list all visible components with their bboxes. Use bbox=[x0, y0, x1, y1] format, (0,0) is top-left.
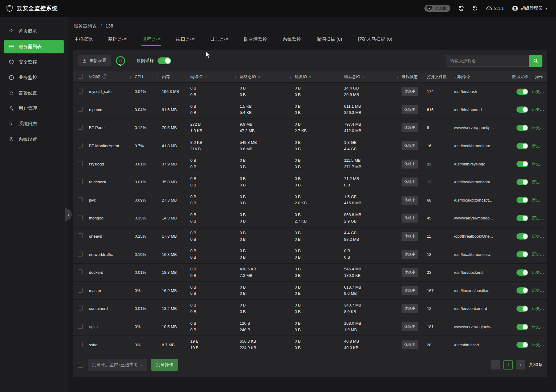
breadcrumb-root[interactable]: 服务器列表 bbox=[74, 23, 97, 28]
sort-icon[interactable]: ↓ bbox=[290, 74, 292, 79]
tab-vulnerability-scan[interactable]: 漏洞扫描 (0) bbox=[316, 33, 343, 46]
tab-host-overview[interactable]: 主机概览 bbox=[74, 33, 93, 46]
sort-icon[interactable]: ↓ bbox=[157, 74, 159, 79]
row-checkbox[interactable] bbox=[78, 125, 83, 130]
row-checkbox[interactable] bbox=[78, 89, 83, 94]
col-disk-io[interactable]: 磁盘IO↑↓↓ bbox=[293, 71, 342, 83]
row-sampling-toggle[interactable] bbox=[516, 233, 528, 240]
prev-page-button[interactable]: ‹ bbox=[491, 360, 500, 369]
tab-process-monitor[interactable]: 进程监控 bbox=[141, 33, 161, 46]
table-row[interactable]: sshd 0% 8.7 MB 19 B10 B 656.3 KB224.9 KB… bbox=[73, 336, 547, 354]
sort-icon[interactable]: ↓ bbox=[449, 74, 451, 79]
col-disk-total-io[interactable]: 磁盘总IO↑↓↓ bbox=[342, 71, 400, 83]
row-checkbox[interactable] bbox=[78, 342, 83, 347]
next-page-button[interactable]: › bbox=[516, 360, 525, 369]
search-button[interactable] bbox=[529, 55, 542, 67]
table-row[interactable]: raidcheck 0.01% 35.8 MB 0 B0 B 0 B0 B 0 … bbox=[73, 173, 547, 191]
row-sampling-toggle[interactable] bbox=[516, 89, 528, 95]
fullscreen-icon[interactable] bbox=[472, 6, 478, 11]
select-all-checkbox[interactable] bbox=[78, 74, 83, 79]
table-row[interactable]: networktraffic 0.19% 16.3 MB 0 B0 B 0 B0… bbox=[73, 245, 547, 264]
tab-system-monitor[interactable]: 系统监控 bbox=[282, 33, 302, 46]
history-link[interactable]: 历史记录 bbox=[532, 342, 547, 347]
row-sampling-toggle[interactable] bbox=[516, 143, 528, 149]
row-checkbox[interactable] bbox=[78, 252, 83, 256]
col-network-total-io[interactable]: 网络总IO↑↓↓ bbox=[238, 71, 293, 83]
col-cpu[interactable]: CPU↓ bbox=[133, 71, 160, 83]
sort-icon[interactable]: ↓ bbox=[130, 74, 132, 79]
history-link[interactable]: 历史记录 bbox=[532, 198, 547, 202]
history-link[interactable]: 历史记录 bbox=[532, 107, 547, 112]
table-row[interactable]: rsyslogd 0.01% 37.9 MB 0 B0 B 0 B0 B 0 B… bbox=[73, 155, 547, 173]
table-row[interactable]: oneavd 0.15% 17.8 MB 0 B0 B 0 B0 B 0 B0 … bbox=[73, 227, 547, 245]
row-sampling-toggle[interactable] bbox=[516, 161, 528, 167]
refresh-icon[interactable] bbox=[458, 6, 464, 11]
edition-badge[interactable]: 个人版 bbox=[424, 5, 450, 12]
row-sampling-toggle[interactable] bbox=[516, 342, 528, 348]
history-link[interactable]: 历史记录 bbox=[532, 144, 547, 148]
row-checkbox[interactable] bbox=[78, 107, 83, 112]
row-sampling-toggle[interactable] bbox=[516, 215, 528, 221]
tab-log-monitor[interactable]: 日志监控 bbox=[209, 33, 229, 46]
row-checkbox[interactable] bbox=[78, 179, 83, 184]
row-checkbox[interactable] bbox=[78, 143, 83, 148]
sort-icon[interactable]: ↓ bbox=[422, 74, 424, 79]
batch-select-all-checkbox[interactable] bbox=[78, 362, 83, 368]
sort-icon[interactable]: ↓ bbox=[397, 74, 399, 79]
sort-icon[interactable]: ↓ bbox=[185, 74, 187, 79]
sidebar-item-server-list[interactable]: 服务器列表 bbox=[4, 40, 64, 53]
history-link[interactable]: 历史记录 bbox=[532, 125, 547, 130]
sidebar-item-syslog[interactable]: 系统日志 bbox=[4, 117, 64, 131]
history-link[interactable]: 历史记录 bbox=[532, 161, 547, 166]
tab-mining-trojan-scan[interactable]: 挖矿木马扫描 (0) bbox=[357, 33, 393, 46]
table-row[interactable]: containerd 0.01% 13.2 MB 0 B0 B 0 B0 B 0… bbox=[73, 300, 547, 318]
history-link[interactable]: 历史记录 bbox=[532, 89, 547, 94]
history-link[interactable]: 历史记录 bbox=[532, 234, 547, 239]
row-sampling-toggle[interactable] bbox=[516, 287, 528, 294]
sidebar-item-security[interactable]: 安全监控 bbox=[4, 55, 64, 69]
row-sampling-toggle[interactable] bbox=[516, 197, 528, 203]
col-process-name[interactable]: 进程名! ↓ bbox=[87, 71, 133, 83]
table-row[interactable]: master 0% 16.9 MB 0 B0 B 0 B0 B 0 B0 B 6… bbox=[73, 281, 547, 300]
table-row[interactable]: dockerd 0.01% 18.3 MB 0 B0 B 438.6 KB7.3… bbox=[73, 263, 547, 281]
tab-port-monitor[interactable]: 端口监控 bbox=[175, 33, 195, 46]
history-link[interactable]: 历史记录 bbox=[532, 180, 547, 184]
table-row[interactable]: rspamd 0.04% 91.6 MB 0 B0 B 1.5 KB5.4 KB… bbox=[73, 101, 547, 119]
row-checkbox[interactable] bbox=[78, 197, 83, 202]
history-link[interactable]: 历史记录 bbox=[532, 324, 547, 329]
row-checkbox[interactable] bbox=[78, 161, 83, 166]
history-link[interactable]: 历史记录 bbox=[532, 216, 547, 220]
col-network-io[interactable]: 网络IO↑↓↓ bbox=[188, 71, 238, 83]
current-page[interactable]: 1 bbox=[503, 360, 513, 369]
row-checkbox[interactable] bbox=[78, 306, 83, 311]
version[interactable]: 2.1.1 bbox=[486, 5, 504, 11]
row-sampling-toggle[interactable] bbox=[516, 179, 528, 185]
sidebar-item-settings[interactable]: 系统设置 bbox=[4, 132, 64, 146]
sidebar-item-alerts[interactable]: 告警设置 bbox=[4, 86, 64, 100]
sampling-toggle[interactable] bbox=[158, 57, 171, 64]
batch-action-select[interactable]: 批量开启监控 (已选中0) ⌄ bbox=[88, 359, 147, 371]
sort-icon[interactable]: ↓ bbox=[339, 74, 341, 79]
col-process-status[interactable]: 进程状态↓ bbox=[400, 71, 425, 83]
sort-icon[interactable]: ↓ bbox=[235, 74, 237, 79]
history-link[interactable]: 历史记录 bbox=[532, 288, 547, 293]
row-sampling-toggle[interactable] bbox=[516, 324, 528, 330]
row-sampling-toggle[interactable] bbox=[516, 106, 528, 113]
history-link[interactable]: 历史记录 bbox=[532, 306, 547, 311]
col-open-files[interactable]: 打开文件数↓ bbox=[425, 71, 452, 83]
sidebar-item-home[interactable]: 首页概览 bbox=[4, 24, 64, 38]
history-link[interactable]: 历史记录 bbox=[532, 270, 547, 275]
refresh-settings-button[interactable]: 刷新设置 bbox=[78, 55, 111, 66]
row-checkbox[interactable] bbox=[78, 324, 83, 329]
row-sampling-toggle[interactable] bbox=[516, 251, 528, 257]
table-row[interactable]: BT-MonitorAgent 0.7% 41.8 MB 8.0 KB216 B… bbox=[73, 137, 547, 155]
user-menu[interactable]: 超级管理员 ▼ bbox=[512, 5, 548, 12]
search-input[interactable] bbox=[446, 55, 529, 67]
table-row[interactable]: mongod 0.35% 14.3 MB 0 B0 B 0 B0 B 0 B2.… bbox=[73, 209, 547, 227]
row-checkbox[interactable] bbox=[78, 288, 83, 293]
row-checkbox[interactable] bbox=[78, 215, 83, 220]
sidebar-item-business[interactable]: 业务监控 bbox=[4, 71, 64, 84]
tab-firewall-monitor[interactable]: 防火墙监控 bbox=[243, 33, 268, 46]
history-link[interactable]: 历史记录 bbox=[532, 252, 547, 256]
sidebar-item-users[interactable]: 用户管理 bbox=[4, 102, 64, 115]
